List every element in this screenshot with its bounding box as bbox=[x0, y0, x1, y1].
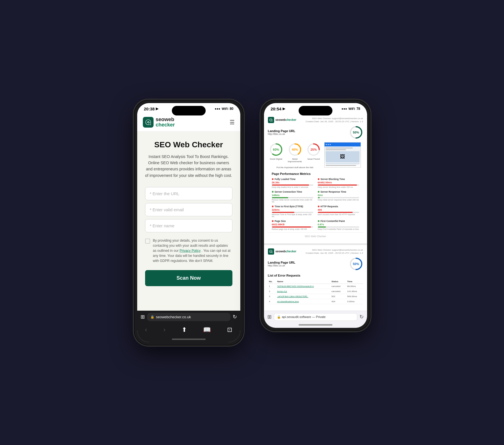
metric-value: 466 bbox=[318, 208, 359, 211]
error-no: 4 bbox=[268, 299, 276, 304]
metric-bar-container bbox=[272, 184, 313, 186]
report-meta-1: SEO Web Checker support@seowebchecker.co… bbox=[306, 117, 363, 123]
lock-icon-1: 🔒 bbox=[150, 315, 154, 319]
location-icon-2: ▶ bbox=[283, 107, 285, 111]
svg-point-1 bbox=[148, 123, 150, 125]
metric-hint: Don't exceed more than 30 HTTP requests bbox=[318, 213, 359, 215]
browser-nav-1: ‹ › ⬆ 📖 ⊡ bbox=[137, 323, 240, 336]
score-circle-1: 50% bbox=[349, 125, 363, 139]
metric-bar-container bbox=[272, 212, 313, 213]
home-indicator-1 bbox=[137, 336, 240, 342]
perf-section: Page Performance Metrics Fully Loaded Ti… bbox=[268, 170, 363, 232]
url-text-2: api.seoaudit.software — Private bbox=[282, 315, 326, 319]
error-table-row: 2 bump-4.js canceled 141.00ms bbox=[268, 289, 363, 294]
metric-name: Server Response Time bbox=[318, 190, 359, 193]
battery-2: 78 bbox=[356, 107, 360, 111]
metrics-grid: Fully Loaded Time 28.36s Keep fully load… bbox=[272, 178, 359, 230]
error-table-th: No. bbox=[268, 279, 276, 284]
metric-dot bbox=[272, 206, 274, 207]
dynamic-island-2 bbox=[299, 106, 332, 115]
back-button-1[interactable]: ‹ bbox=[143, 325, 149, 335]
privacy-policy-link[interactable]: Privacy Policy bbox=[179, 249, 201, 253]
consent-checkbox[interactable] bbox=[145, 239, 150, 244]
report-meta-2: SEO Web Checker support@seowebchecker.co… bbox=[306, 248, 363, 255]
gauge-good-signal: 60% Good Signal bbox=[268, 142, 285, 160]
above-fold-note: Put the important stuff above the fold bbox=[268, 165, 322, 170]
phones-container: 20:38 ▶ ●●● WiFi 80 bbox=[134, 100, 370, 346]
home-bar-1 bbox=[172, 339, 206, 340]
time-2: 20:54 bbox=[271, 106, 281, 111]
gauge1-value: 60% bbox=[273, 148, 279, 151]
report-screenshot: 🖼 bbox=[324, 142, 361, 168]
logo-icon bbox=[143, 117, 154, 128]
metric-item: Time to First Byte (TTFB) 326ms Minimize… bbox=[272, 205, 313, 217]
metric-bar bbox=[272, 197, 288, 198]
metric-bar bbox=[272, 226, 311, 228]
email-input[interactable] bbox=[145, 203, 232, 216]
app-header: seoweb checker ☰ bbox=[137, 114, 240, 132]
forward-button-1[interactable]: › bbox=[161, 325, 168, 335]
lock-icon-2: 🔒 bbox=[277, 315, 281, 319]
error-table: No.NameStatusTime 1 %2F&c8=BBC%20-%20Hom… bbox=[268, 279, 363, 304]
metric-bar bbox=[318, 197, 320, 198]
error-table-header-row: No.NameStatusTime bbox=[268, 279, 363, 284]
location-icon-1: ▶ bbox=[156, 107, 158, 111]
metric-name: HTTP Requests bbox=[318, 205, 359, 208]
error-status: 502 bbox=[330, 294, 346, 299]
metric-name: Page Size bbox=[272, 220, 313, 222]
error-table-row: 3 .uk%2F&id=1&lm=062b27f3f5.. 502 569.00… bbox=[268, 294, 363, 299]
report-card-2: seowebchecker SEO Web Checker support@se… bbox=[264, 245, 367, 308]
tabs-button-1[interactable]: ⊞ bbox=[141, 314, 145, 320]
metric-value: 28.36s bbox=[272, 181, 313, 184]
scan-now-button[interactable]: Scan Now bbox=[145, 270, 232, 286]
report-footer-1: SEO Web Checker bbox=[268, 232, 363, 240]
error-time: 3.00ms bbox=[346, 299, 363, 304]
metric-name: Time to First Byte (TTFB) bbox=[272, 205, 313, 208]
error-status: canceled bbox=[330, 284, 346, 289]
error-table-body: 1 %2F&c8=BBC%20-%20Home&c9=n canceled 88… bbox=[268, 284, 363, 304]
hamburger-menu[interactable]: ☰ bbox=[230, 119, 235, 126]
metric-dot bbox=[318, 206, 319, 207]
hero-title: SEO Web Checker bbox=[145, 140, 232, 150]
error-table-row: 4 mi-classifications.json 404 3.00ms bbox=[268, 299, 363, 304]
metric-value: 0.87s bbox=[318, 223, 359, 226]
name-input[interactable] bbox=[145, 219, 232, 232]
metric-bar-container bbox=[272, 197, 313, 198]
url-text-1: seowebchecker.co.uk bbox=[156, 315, 191, 319]
metric-bar bbox=[318, 212, 353, 213]
signal-1: ●●● bbox=[215, 107, 220, 110]
report-logo-text-1: seowebchecker bbox=[276, 118, 297, 121]
metric-bar-container bbox=[318, 184, 359, 186]
url-bar-1[interactable]: 🔒 seowebchecker.co.uk bbox=[147, 313, 230, 321]
dynamic-island-1 bbox=[172, 106, 206, 115]
report-header-1: seowebchecker SEO Web Checker support@se… bbox=[268, 117, 363, 123]
consent-text: By providing your details, you consent t… bbox=[153, 238, 232, 263]
refresh-button-2[interactable]: ↻ bbox=[359, 314, 364, 320]
metric-item: Fully Loaded Time 28.36s Keep fully load… bbox=[272, 178, 313, 188]
url-bar-2[interactable]: 🔒 api.seoaudit.software — Private bbox=[274, 313, 357, 321]
metric-bar-container bbox=[318, 197, 359, 198]
browser-bar-1: ⊞ 🔒 seowebchecker.co.uk ↻ bbox=[137, 311, 240, 323]
svg-line-2 bbox=[150, 125, 151, 125]
tabs-button-2[interactable]: ⊞ bbox=[267, 314, 272, 320]
metric-hint: Reduce page size & keep under 150 KB bbox=[272, 228, 313, 230]
time-1: 20:38 bbox=[144, 106, 155, 111]
metric-bar-container bbox=[318, 226, 359, 228]
tabs-overview-1[interactable]: ⊡ bbox=[225, 325, 234, 335]
metric-hint: Keep First Contentful Paint 1.8 seconds … bbox=[318, 228, 359, 230]
error-time: 569.00ms bbox=[346, 294, 363, 299]
phone-2: 20:54 ▶ ●●● WiFi 78 bbox=[261, 100, 370, 331]
phone-1: 20:38 ▶ ●●● WiFi 80 bbox=[134, 100, 244, 346]
bookmarks-button-1[interactable]: 📖 bbox=[201, 325, 213, 335]
share-button-1[interactable]: ⬆ bbox=[179, 325, 189, 335]
svg-line-4 bbox=[272, 121, 272, 121]
error-status: canceled bbox=[330, 289, 346, 294]
error-name: %2F&c8=BBC%20-%20Home&c9=n bbox=[276, 284, 330, 289]
error-time: 141.00ms bbox=[346, 289, 363, 294]
url-input[interactable] bbox=[145, 187, 232, 200]
metric-value: 148ms bbox=[272, 194, 313, 197]
metric-value: 2ms bbox=[318, 194, 359, 197]
metric-bar-container bbox=[272, 226, 313, 228]
refresh-button-1[interactable]: ↻ bbox=[233, 314, 237, 320]
hero-section: SEO Web Checker Instant SEO Analysis Too… bbox=[137, 132, 240, 184]
